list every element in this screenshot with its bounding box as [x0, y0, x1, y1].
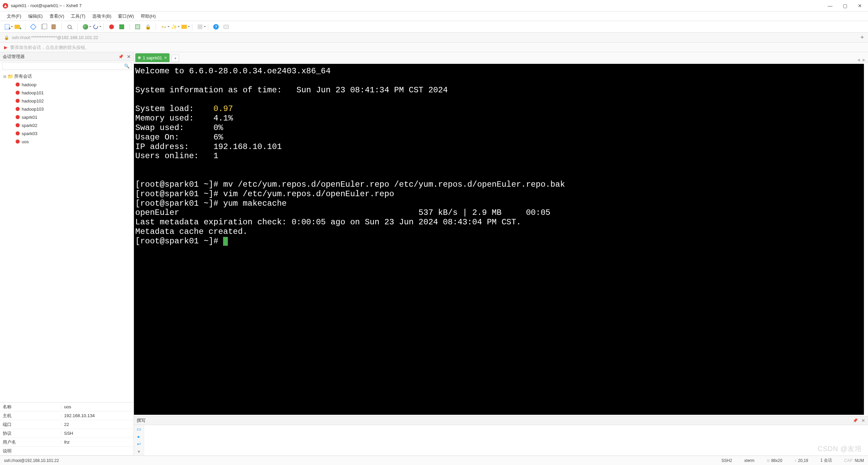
tab-close-button[interactable]: ×	[164, 55, 167, 60]
panel-pin-button[interactable]: 📌	[118, 54, 123, 59]
hint-bar: ▶ 要添加当前会话，点击左侧的箭头按钮。	[0, 43, 868, 52]
panel-close-button[interactable]: ✕	[127, 54, 131, 59]
property-row: 说明	[0, 447, 134, 455]
separator	[103, 23, 104, 30]
session-search-input[interactable]	[2, 62, 132, 70]
property-key: 名称	[0, 404, 61, 410]
compose-mode-icon[interactable]: ▭	[137, 426, 141, 432]
new-session-button[interactable]	[3, 23, 11, 31]
term-users: Users online: 1	[135, 151, 218, 161]
menu-file[interactable]: 文件(F)	[4, 13, 24, 20]
session-item[interactable]: saprk01	[2, 113, 134, 121]
session-item[interactable]: hadoop103	[2, 105, 134, 113]
property-key: 说明	[0, 448, 61, 454]
session-icon	[15, 131, 20, 136]
status-num: NUM	[855, 458, 864, 463]
grid-icon: ⊞	[767, 458, 771, 463]
tab-prev-button[interactable]: ◀	[857, 58, 860, 62]
more-button[interactable]	[196, 23, 204, 31]
term-load-label: System load:	[135, 104, 213, 113]
tab-add-button[interactable]: +	[172, 55, 179, 62]
term-ip: IP address: 192.168.10.101	[135, 142, 282, 151]
session-label: spark02	[22, 123, 37, 128]
session-label: hadoop102	[22, 98, 44, 104]
session-item[interactable]: spark02	[2, 121, 134, 129]
paste-button[interactable]	[50, 23, 57, 31]
status-ssh: SSH2	[722, 458, 732, 463]
connect-button[interactable]	[29, 23, 37, 31]
compose-close-button[interactable]: ✕	[861, 418, 865, 423]
property-row: 用户名lhz	[0, 438, 134, 447]
menu-view[interactable]: 查看(V)	[47, 13, 67, 20]
compose-next-icon[interactable]: ▸	[138, 434, 140, 439]
compose-pin-button[interactable]: 📌	[853, 418, 858, 423]
session-icon	[15, 98, 20, 104]
menu-tools[interactable]: 工具(T)	[68, 13, 88, 20]
lock-icon: 🔒	[4, 35, 9, 40]
menu-tab[interactable]: 选项卡(B)	[90, 13, 114, 20]
status-left: ssh://root@192.168.10.101:22	[4, 458, 59, 463]
tree-root[interactable]: ⊟ 📁 所有会话	[2, 72, 134, 80]
window-maximize-button[interactable]: ▢	[842, 3, 848, 8]
window-minimize-button[interactable]: —	[827, 3, 833, 8]
address-bar[interactable]: 🔒 ssh://root:***************@192.168.10.…	[0, 33, 868, 43]
window-titlebar: saprk01 - root@spark01:~ - Xshell 7 — ▢ …	[0, 0, 868, 12]
grid-button[interactable]	[118, 23, 125, 31]
help-icon-button[interactable]: ?	[212, 23, 220, 31]
session-icon	[15, 106, 20, 112]
session-icon	[15, 82, 20, 87]
session-manager-panel: 会话管理器 📌 ✕ 🔍 ⊟ 📁 所有会话 hadoophadoop101hado…	[0, 52, 134, 455]
open-button[interactable]	[14, 23, 21, 31]
menu-window[interactable]: 窗口(W)	[115, 13, 137, 20]
property-key: 端口	[0, 422, 61, 428]
menu-edit[interactable]: 编辑(E)	[25, 13, 45, 20]
tab-next-button[interactable]: ▶	[863, 58, 865, 62]
separator	[130, 23, 130, 30]
tree-root-label: 所有会话	[14, 73, 32, 79]
session-label: hadoop101	[22, 90, 44, 95]
tab-status-icon	[138, 56, 141, 59]
term-cmd3: [root@spark01 ~]# yum makecache	[135, 199, 287, 208]
search-icon: 🔍	[124, 63, 130, 69]
compose-header: 撰写 📌 ✕	[134, 416, 868, 425]
session-item[interactable]: hadoop102	[2, 97, 134, 105]
copy-button[interactable]	[40, 23, 47, 31]
stop-button[interactable]	[108, 23, 115, 31]
find-button[interactable]	[66, 23, 73, 31]
toolbar: 🔒 🗝 ✨ ?	[0, 21, 868, 33]
compose-send-icon[interactable]: ↩	[137, 441, 141, 447]
lock-button[interactable]: 🔒	[144, 23, 152, 31]
wand-button[interactable]: ✨	[170, 23, 178, 31]
session-icon	[15, 123, 20, 128]
terminal-output[interactable]: Welcome to 6.6.0-28.0.0.34.oe2403.x86_64…	[134, 64, 864, 415]
window-title: saprk01 - root@spark01:~ - Xshell 7	[11, 3, 82, 8]
session-item[interactable]: uos	[2, 137, 134, 146]
content-area: 1 saprk01 × + ◀ ▶ Welcome to 6.6.0-28.0.…	[134, 52, 868, 455]
feedback-button[interactable]	[222, 23, 230, 31]
expander-icon[interactable]: ⊟	[3, 75, 7, 78]
reload-button[interactable]	[92, 23, 99, 31]
session-item[interactable]: hadoop101	[2, 89, 134, 97]
pos-icon: ⌖	[794, 458, 798, 463]
status-cap: CAP	[844, 458, 852, 463]
fullscreen-button[interactable]	[134, 23, 141, 31]
address-add-button[interactable]: +	[860, 34, 864, 41]
compose-area: ▭ ▸ ↩ ▾	[134, 425, 868, 455]
folder-button[interactable]	[180, 23, 188, 31]
term-welcome: Welcome to 6.6.0-28.0.0.34.oe2403.x86_64	[135, 67, 331, 76]
compose-history-icon[interactable]: ▾	[138, 449, 140, 454]
property-value: uos	[61, 404, 134, 409]
session-label: hadoop103	[22, 107, 44, 112]
compose-input[interactable]	[144, 425, 868, 455]
window-close-button[interactable]: ✕	[857, 3, 863, 8]
session-item[interactable]: spark03	[2, 129, 134, 137]
session-label: spark03	[22, 131, 37, 136]
globe-button[interactable]	[82, 23, 89, 31]
menu-help[interactable]: 帮助(H)	[138, 13, 158, 20]
property-key: 用户名	[0, 439, 61, 445]
term-repo-line: openEuler 537 kB/s | 2.9 MB 00:05	[135, 208, 550, 217]
session-item[interactable]: hadoop	[2, 80, 134, 89]
property-key: 主机	[0, 413, 61, 419]
session-tab-active[interactable]: 1 saprk01 ×	[135, 53, 170, 62]
key-button[interactable]: 🗝	[160, 23, 167, 31]
